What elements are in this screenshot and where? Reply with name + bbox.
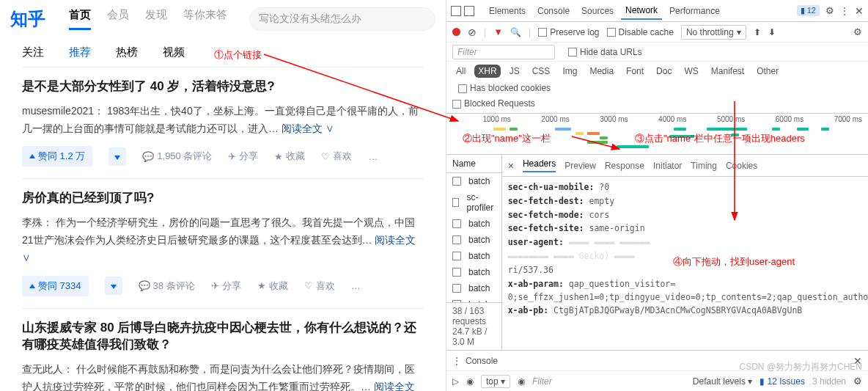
- tab-network[interactable]: Network: [621, 2, 662, 20]
- card-title[interactable]: 山东援威专家 80 后博导白晓卉抗疫中因心梗去世，你有什么想说的？还有哪疫英雄值…: [22, 319, 424, 354]
- device-toggle-icon[interactable]: [464, 6, 474, 16]
- tick: 1000 ms: [452, 115, 511, 123]
- close-devtools-icon[interactable]: ✕: [855, 5, 864, 17]
- type-doc[interactable]: Doc: [652, 65, 675, 78]
- name-header[interactable]: Name: [446, 155, 501, 173]
- nav-explore[interactable]: 发现: [145, 8, 167, 30]
- card-title[interactable]: 房价真的已经到顶了吗?: [22, 189, 424, 207]
- upvote-button[interactable]: 赞同 7334: [22, 276, 89, 296]
- issues-link[interactable]: ▮ 12 Issues: [760, 376, 805, 387]
- detail-tab-timing[interactable]: Timing: [691, 161, 717, 171]
- card-title[interactable]: 是不是大部分女性到了 40 岁，活着特没意思?: [22, 78, 424, 95]
- tab-hot[interactable]: 热榜: [116, 45, 138, 59]
- tab-recommend[interactable]: 推荐: [69, 45, 91, 59]
- like-button[interactable]: ♡ 喜欢: [321, 150, 352, 163]
- downvote-button[interactable]: [105, 277, 122, 295]
- search-input[interactable]: 写论文没有头绪怎么办: [249, 7, 435, 31]
- type-all[interactable]: All: [452, 65, 469, 78]
- detail-tab-initiator[interactable]: Initiator: [653, 161, 682, 171]
- console-settings-icon[interactable]: ⚙: [853, 376, 862, 387]
- request-list[interactable]: batch sc-profiler batch batch batch batc…: [446, 173, 501, 302]
- request-row[interactable]: batch: [446, 216, 501, 232]
- throttling-select[interactable]: No throttling ▾: [681, 25, 746, 40]
- request-row[interactable]: batch: [446, 232, 501, 248]
- comments-link[interactable]: 💬 1,950 条评论: [142, 150, 212, 163]
- read-more-link[interactable]: 阅读全文 ∨: [282, 123, 334, 134]
- fav-button[interactable]: ★ 收藏: [274, 150, 305, 163]
- type-css[interactable]: CSS: [529, 65, 554, 78]
- request-row[interactable]: batch: [446, 280, 501, 296]
- more-button[interactable]: …: [351, 280, 361, 291]
- disable-cache-checkbox[interactable]: Disable cache: [607, 27, 674, 37]
- context-select[interactable]: top ▾: [481, 375, 510, 388]
- filter-input[interactable]: Filter: [452, 45, 555, 59]
- warning-badge[interactable]: ▮ 12: [797, 5, 820, 16]
- request-row[interactable]: batch: [446, 296, 501, 302]
- type-font[interactable]: Font: [622, 65, 647, 78]
- request-row[interactable]: sc-profiler: [446, 189, 501, 216]
- record-icon[interactable]: [452, 28, 460, 36]
- type-media[interactable]: Media: [586, 65, 617, 78]
- type-other[interactable]: Other: [753, 65, 782, 78]
- clear-icon[interactable]: ⊘: [468, 26, 477, 38]
- tab-sources[interactable]: Sources: [577, 3, 618, 19]
- upload-icon[interactable]: ⬆: [754, 27, 761, 37]
- settings-icon[interactable]: ⚙: [825, 5, 834, 16]
- filter-toggle-icon[interactable]: ▼: [493, 26, 503, 37]
- tab-elements[interactable]: Elements: [485, 3, 530, 19]
- feed-card[interactable]: 是不是大部分女性到了 40 岁，活着特没意思? musesmile2021： 1…: [22, 67, 424, 178]
- annotation-2: ②出现"name"这一栏: [463, 132, 551, 145]
- console-filter-eye-icon[interactable]: ◉: [518, 376, 525, 387]
- request-row[interactable]: batch: [446, 248, 501, 264]
- blocked-cookies-checkbox[interactable]: Has blocked cookies: [458, 83, 551, 93]
- request-row[interactable]: batch: [446, 264, 501, 280]
- download-icon[interactable]: ⬇: [768, 27, 776, 37]
- detail-tab-response[interactable]: Response: [605, 161, 644, 171]
- downvote-button[interactable]: [108, 147, 126, 166]
- close-detail-icon[interactable]: ×: [508, 160, 514, 172]
- tab-performance[interactable]: Performance: [665, 3, 724, 19]
- type-manifest[interactable]: Manifest: [707, 65, 748, 78]
- annotation-1: ①点个链接: [214, 48, 262, 62]
- tab-console[interactable]: Console: [533, 3, 574, 19]
- card-body: 李殊： 作为一个经济学研究生，房价的问题一直思考了很久。我首先提一个观点，中国2…: [22, 214, 424, 266]
- levels-select[interactable]: Default levels ▾: [693, 376, 752, 387]
- type-img[interactable]: Img: [559, 65, 581, 78]
- console-play-icon[interactable]: ▷: [452, 376, 459, 387]
- type-ws[interactable]: WS: [680, 65, 702, 78]
- console-eye-icon[interactable]: ◉: [466, 376, 474, 387]
- nav-answer[interactable]: 等你来答: [183, 8, 227, 30]
- inspect-icon[interactable]: [451, 6, 461, 16]
- console-filter-input[interactable]: Filter: [532, 376, 685, 387]
- detail-tab-cookies[interactable]: Cookies: [726, 161, 757, 171]
- more-button[interactable]: …: [368, 151, 378, 162]
- fav-button[interactable]: ★ 收藏: [257, 279, 288, 293]
- feed-card[interactable]: 山东援威专家 80 后博导白晓卉抗疫中因心梗去世，你有什么想说的？还有哪疫英雄值…: [22, 308, 424, 391]
- type-js[interactable]: JS: [506, 65, 523, 78]
- preserve-log-checkbox[interactable]: Preserve log: [538, 27, 599, 37]
- headers-body[interactable]: sec-ch-ua-mobile: ?0 sec-fetch-dest: emp…: [502, 177, 868, 323]
- search-icon[interactable]: 🔍: [510, 27, 521, 37]
- like-button[interactable]: ♡ 喜欢: [304, 279, 335, 293]
- network-settings-icon[interactable]: ⚙: [853, 26, 862, 37]
- hide-data-urls-checkbox[interactable]: Hide data URLs: [568, 47, 642, 57]
- console-label: Console: [466, 356, 498, 366]
- nav-vip[interactable]: 会员: [107, 8, 129, 30]
- network-toolbar: ⊘ | ▼ 🔍 | Preserve log Disable cache No …: [446, 22, 868, 43]
- request-row[interactable]: batch: [446, 173, 501, 189]
- blocked-requests-checkbox[interactable]: Blocked Requests: [446, 96, 868, 114]
- comments-link[interactable]: 💬 38 条评论: [139, 279, 195, 293]
- zhihu-logo[interactable]: 知乎: [10, 7, 45, 31]
- detail-tab-headers[interactable]: Headers: [523, 158, 556, 172]
- tab-follow[interactable]: 关注: [22, 45, 44, 59]
- feed-card[interactable]: 房价真的已经到顶了吗? 李殊： 作为一个经济学研究生，房价的问题一直思考了很久。…: [22, 178, 424, 307]
- filter-row: Filter Hide data URLs: [446, 43, 868, 62]
- upvote-button[interactable]: 赞同 1.2 万: [22, 146, 92, 167]
- nav-home[interactable]: 首页: [69, 8, 91, 30]
- tab-video[interactable]: 视频: [163, 45, 185, 59]
- type-xhr[interactable]: XHR: [474, 65, 500, 78]
- share-button[interactable]: ✈ 分享: [211, 279, 241, 293]
- detail-tab-preview[interactable]: Preview: [564, 161, 596, 171]
- share-button[interactable]: ✈ 分享: [228, 150, 258, 163]
- more-icon[interactable]: ⋮: [840, 6, 849, 16]
